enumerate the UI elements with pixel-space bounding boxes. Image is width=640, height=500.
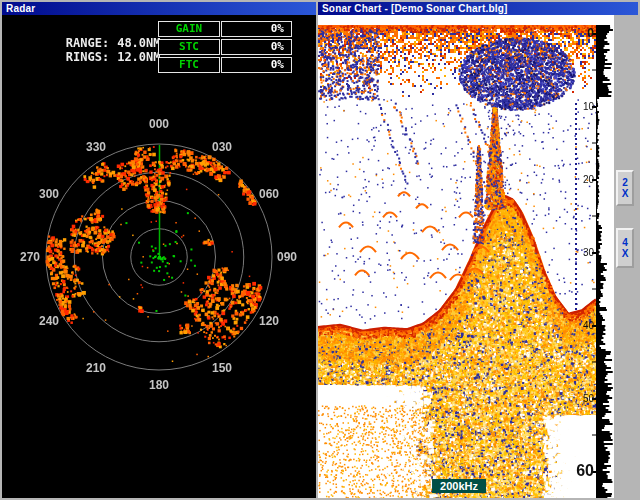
depth-label-30: 30 xyxy=(583,247,594,258)
radar-panel: Radar RANGE:48.0NM RINGS:12.0NM GAIN 0% … xyxy=(2,2,316,498)
a-scope-canvas xyxy=(596,15,614,498)
rings-label: RINGS: xyxy=(66,50,109,64)
bearing-label-150: 150 xyxy=(212,361,232,375)
rings-value: 12.0NM xyxy=(117,50,160,64)
stc-value[interactable]: 0% xyxy=(221,39,292,55)
bearing-label-240: 240 xyxy=(39,314,59,328)
frequency-badge: 200kHz xyxy=(432,479,486,493)
bearing-label-090: 090 xyxy=(277,250,297,264)
zoom-2x-button[interactable]: 2X xyxy=(616,170,634,206)
bearing-label-330: 330 xyxy=(86,140,106,154)
depth-label-10: 10 xyxy=(583,101,594,112)
ftc-value[interactable]: 0% xyxy=(221,57,292,73)
stc-label: STC xyxy=(158,39,220,55)
sonar-echogram-canvas[interactable] xyxy=(318,15,596,498)
depth-label-60: 60 xyxy=(576,462,594,480)
bearing-label-000: 000 xyxy=(149,117,169,131)
radar-title: Radar xyxy=(6,3,35,14)
bearing-label-120: 120 xyxy=(259,314,279,328)
radar-titlebar[interactable]: Radar xyxy=(2,2,316,15)
gain-label: GAIN xyxy=(158,21,220,37)
zoom-4x-button[interactable]: 4X xyxy=(616,228,634,268)
sonar-panel: Sonar Chart - [Demo Sonar Chart.blg] 0 1… xyxy=(318,2,638,498)
depth-label-0: 0 xyxy=(587,26,594,40)
bearing-label-060: 060 xyxy=(259,187,279,201)
sonar-titlebar[interactable]: Sonar Chart - [Demo Sonar Chart.blg] xyxy=(318,2,638,15)
sonar-title: Sonar Chart - [Demo Sonar Chart.blg] xyxy=(322,3,508,14)
depth-label-50: 50 xyxy=(583,393,594,404)
rings-readout: RINGS:12.0NM xyxy=(8,36,161,78)
bearing-label-270: 270 xyxy=(20,250,40,264)
bearing-label-180: 180 xyxy=(149,378,169,392)
bearing-label-210: 210 xyxy=(86,361,106,375)
sonar-display: 0 10 20 30 40 50 60 2X 4X 200kHz xyxy=(318,15,638,498)
gain-value[interactable]: 0% xyxy=(221,21,292,37)
zoom-strip: 2X 4X xyxy=(614,15,638,498)
bearing-label-300: 300 xyxy=(39,187,59,201)
depth-label-20: 20 xyxy=(583,174,594,185)
radar-display: RANGE:48.0NM RINGS:12.0NM GAIN 0% STC 0%… xyxy=(2,15,316,498)
radar-scope-canvas[interactable] xyxy=(2,15,316,498)
bearing-label-030: 030 xyxy=(212,140,232,154)
depth-label-40: 40 xyxy=(583,320,594,331)
ftc-label: FTC xyxy=(158,57,220,73)
app-window: Radar RANGE:48.0NM RINGS:12.0NM GAIN 0% … xyxy=(0,0,640,500)
